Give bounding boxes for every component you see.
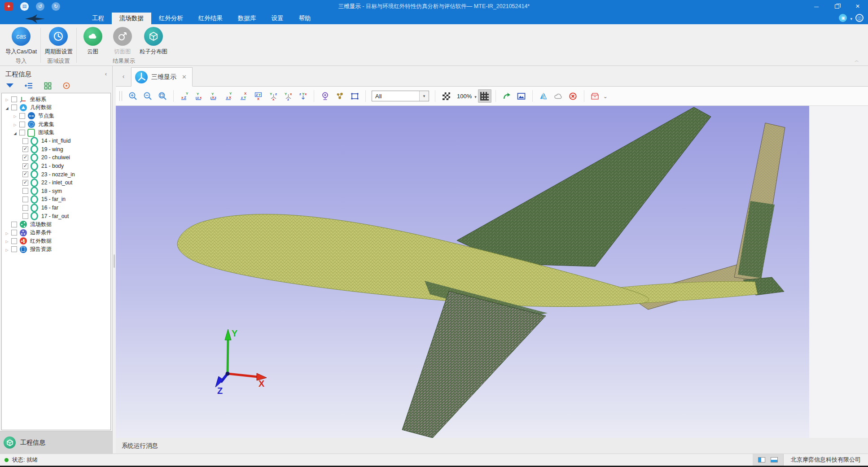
menu-infrared-analysis[interactable]: 红外分析 bbox=[151, 13, 191, 24]
expander-icon[interactable] bbox=[12, 113, 18, 119]
expander-icon[interactable] bbox=[4, 105, 10, 111]
view-normal-icon[interactable]: zYx bbox=[296, 89, 310, 103]
tab-3d-view[interactable]: 三维显示 bbox=[131, 67, 193, 87]
view-back-icon[interactable]: Yzx bbox=[193, 89, 206, 103]
expander-icon[interactable] bbox=[12, 121, 18, 127]
app-icon[interactable] bbox=[4, 2, 13, 11]
filter-icon[interactable] bbox=[5, 81, 14, 90]
restore-button[interactable] bbox=[827, 0, 847, 13]
target-icon[interactable] bbox=[62, 81, 71, 90]
contour-button[interactable]: 云图 bbox=[80, 26, 105, 56]
menu-project[interactable]: 工程 bbox=[84, 13, 112, 24]
particle-distribution-button[interactable]: 粒子分布图 bbox=[140, 26, 168, 56]
checkbox[interactable] bbox=[19, 130, 25, 135]
checkbox[interactable] bbox=[11, 96, 17, 102]
checkbox[interactable] bbox=[11, 238, 17, 244]
menu-settings[interactable]: 设置 bbox=[264, 13, 291, 24]
checkbox[interactable] bbox=[19, 122, 25, 127]
close-button[interactable] bbox=[847, 0, 868, 13]
layout-bottom-panel-icon[interactable] bbox=[771, 457, 778, 463]
checkbox[interactable] bbox=[22, 146, 28, 152]
save-file-icon[interactable] bbox=[20, 2, 29, 11]
zoom-fit-button[interactable] bbox=[156, 89, 169, 103]
checkbox[interactable] bbox=[11, 222, 17, 227]
checkbox[interactable] bbox=[22, 213, 28, 219]
view-iso-icon[interactable]: Yzx bbox=[267, 89, 280, 103]
tree-item-body[interactable]: 21 - body bbox=[2, 162, 110, 170]
tab-scroll-left-icon[interactable] bbox=[116, 66, 131, 86]
checkbox[interactable] bbox=[22, 180, 28, 186]
tree-item-far-in[interactable]: 15 - far_in bbox=[2, 195, 110, 204]
tree-item-chuiwei[interactable]: 20 - chuiwei bbox=[2, 153, 110, 162]
ribbon-collapse-icon[interactable] bbox=[855, 57, 859, 64]
export-arrow-button[interactable] bbox=[500, 89, 513, 103]
tree-item-node-set[interactable]: 节点集 bbox=[2, 112, 110, 120]
minimize-button[interactable] bbox=[806, 0, 827, 13]
view-bottom-icon[interactable]: ZYX bbox=[252, 89, 265, 103]
zoom-in-button[interactable] bbox=[126, 89, 140, 103]
checkbox[interactable] bbox=[22, 138, 28, 144]
view-top-icon[interactable]: XzY bbox=[237, 89, 250, 103]
cloud-outline-button[interactable] bbox=[552, 89, 565, 103]
undo-icon[interactable] bbox=[36, 2, 44, 11]
view-iso-back-icon[interactable]: Yxz bbox=[281, 89, 295, 103]
tree-item-flowfield-data[interactable]: 流场数据 bbox=[2, 220, 110, 229]
list-icon[interactable] bbox=[24, 81, 33, 90]
expander-icon[interactable] bbox=[12, 130, 18, 136]
tab-close-icon[interactable] bbox=[182, 74, 187, 80]
checkbox[interactable] bbox=[22, 196, 28, 202]
screenshot-button[interactable] bbox=[515, 89, 528, 103]
grid-view-icon[interactable] bbox=[43, 81, 52, 90]
toolbar-grip[interactable] bbox=[119, 91, 122, 101]
tree-item-report-resources[interactable]: 报告资源 bbox=[2, 245, 110, 254]
combo-dropdown-icon[interactable] bbox=[419, 91, 429, 101]
menu-database[interactable]: 数据库 bbox=[230, 13, 264, 24]
camera-view-button[interactable] bbox=[318, 89, 332, 103]
import-cas-dat-button[interactable]: cas 导入Cas/Dat bbox=[5, 26, 37, 56]
redo-icon[interactable] bbox=[52, 2, 60, 11]
opacity-pattern-icon[interactable] bbox=[439, 89, 453, 103]
clear-results-button[interactable] bbox=[566, 89, 580, 103]
tree-item-inlet-out[interactable]: 22 - inlet_out bbox=[2, 179, 110, 187]
tree-item-wing[interactable]: 19 - wing bbox=[2, 145, 110, 154]
archive-box-button[interactable] bbox=[588, 89, 602, 103]
particles-button[interactable] bbox=[333, 89, 346, 103]
tree-item-far-out[interactable]: 17 - far_out bbox=[2, 212, 110, 220]
tree-item-sym[interactable]: 18 - sym bbox=[2, 187, 110, 196]
view-right-icon[interactable]: YzX bbox=[222, 89, 236, 103]
checkbox[interactable] bbox=[22, 205, 28, 211]
expander-icon[interactable] bbox=[4, 230, 10, 236]
display-filter-select[interactable]: All bbox=[372, 91, 429, 101]
menu-flowfield-data[interactable]: 流场数据 bbox=[112, 13, 151, 24]
view-front-icon[interactable]: xZY bbox=[178, 89, 191, 103]
media-tool-icon[interactable] bbox=[839, 14, 847, 22]
layout-tool-icon[interactable] bbox=[855, 14, 864, 22]
expander-icon[interactable] bbox=[4, 96, 10, 102]
panel-footer-project-info[interactable]: 工程信息 bbox=[0, 431, 112, 454]
tree-item-nozzle-in[interactable]: 23 - nozzle_in bbox=[2, 170, 110, 179]
viewport-3d[interactable]: Y X Z bbox=[116, 106, 809, 438]
checkbox[interactable] bbox=[22, 155, 28, 161]
mesh-toggle-button[interactable] bbox=[478, 89, 491, 103]
chevron-down-icon[interactable] bbox=[850, 14, 852, 22]
checkbox[interactable] bbox=[19, 113, 25, 119]
tree-item-coordinate-system[interactable]: 坐标系 bbox=[2, 95, 110, 104]
checkbox[interactable] bbox=[11, 105, 17, 110]
tree-item-far[interactable]: 16 - far bbox=[2, 204, 110, 212]
periodic-face-button[interactable]: 周期面设置 bbox=[44, 26, 73, 56]
tree-item-element-set[interactable]: 元素集 bbox=[2, 120, 110, 129]
zoom-out-button[interactable] bbox=[141, 89, 154, 103]
checkbox[interactable] bbox=[22, 163, 28, 169]
checkbox[interactable] bbox=[22, 171, 28, 177]
layout-left-panel-icon[interactable] bbox=[758, 457, 765, 463]
tree-item-face-domain-set[interactable]: 面域集 bbox=[2, 128, 110, 137]
box-select-button[interactable] bbox=[348, 89, 361, 103]
mirror-button[interactable] bbox=[537, 89, 550, 103]
checkbox[interactable] bbox=[22, 188, 28, 194]
expander-icon[interactable] bbox=[4, 238, 10, 244]
tree-item-boundary-conditions[interactable]: 边界条件 bbox=[2, 229, 110, 237]
opacity-value[interactable]: 100% bbox=[457, 93, 472, 100]
expander-icon[interactable] bbox=[4, 246, 10, 253]
checkbox[interactable] bbox=[11, 230, 17, 236]
tree-item-int-fluid[interactable]: 14 - int_fluid bbox=[2, 137, 110, 145]
